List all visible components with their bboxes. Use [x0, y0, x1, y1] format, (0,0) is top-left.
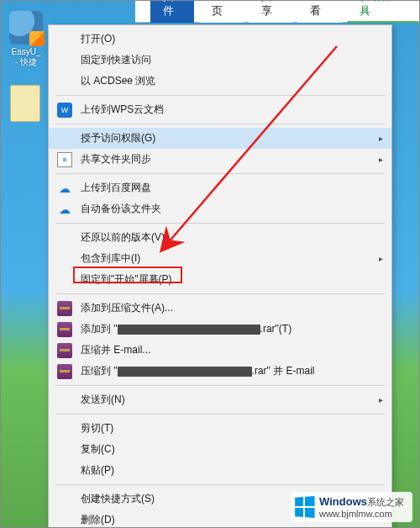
separator: [55, 385, 385, 386]
winrar-icon: [57, 364, 72, 379]
separator: [55, 484, 385, 485]
watermark-url: www.bjmlmw.com: [319, 509, 404, 520]
desktop-icon-label: EasyU_: [6, 47, 46, 56]
redacted-text: [118, 325, 260, 335]
ctx-rar-email-label: 压缩并 E-mail...: [81, 343, 376, 357]
ctx-paste-label: 粘贴(P): [81, 463, 376, 478]
desktop-icon-doc[interactable]: [6, 85, 45, 124]
cloud-icon: ☁: [57, 202, 72, 217]
ctx-grant-access-label: 授予访问权限(G): [81, 131, 376, 145]
text: 添加到 ": [81, 323, 118, 335]
ctx-copy-label: 复制(C): [81, 442, 376, 457]
ctx-pin-quick-label: 固定到快速访问: [81, 53, 376, 67]
separator: [55, 414, 385, 414]
separator: [55, 173, 385, 174]
ctx-open[interactable]: 打开(O): [49, 29, 391, 50]
cloud-icon: ☁: [57, 181, 72, 196]
ctx-cut[interactable]: 剪切(T): [49, 418, 391, 439]
ctx-rar-addto[interactable]: 添加到 ".rar"(T): [49, 319, 391, 340]
ctx-rar-email-to[interactable]: 压缩到 ".rar" 并 E-mail: [49, 361, 391, 382]
ctx-share-sync-label: 共享文件夹同步: [81, 152, 376, 166]
tab-file[interactable]: 文件: [150, 0, 194, 23]
ctx-restore-prev-label: 还原以前的版本(V): [81, 230, 376, 245]
ctx-send-to-label: 发送到(N): [81, 393, 376, 407]
ctx-include-lib[interactable]: 包含到库中(I): [49, 248, 391, 269]
ctx-send-to[interactable]: 发送到(N): [49, 389, 391, 410]
ctx-pin-quick[interactable]: 固定到快速访问: [49, 50, 391, 71]
wps-icon: W: [57, 103, 72, 118]
ctx-grant-access[interactable]: 授予访问权限(G): [49, 128, 391, 149]
shield-icon: [9, 11, 43, 45]
ctx-wps-upload[interactable]: W上传到WPS云文档: [49, 99, 391, 120]
ctx-pin-start[interactable]: 固定到"开始"屏幕(P): [49, 269, 391, 290]
context-menu: 打开(O) 固定到快速访问 以 ACDSee 浏览 W上传到WPS云文档 授予访…: [48, 24, 392, 528]
tab-home[interactable]: 主页: [199, 0, 243, 23]
ctx-acdsee[interactable]: 以 ACDSee 浏览: [49, 71, 391, 92]
redacted-text: [118, 367, 252, 377]
ctx-include-lib-label: 包含到库中(I): [81, 251, 376, 266]
separator: [55, 223, 385, 224]
ctx-baidu-upload[interactable]: ☁上传到百度网盘: [49, 177, 391, 198]
ctx-open-label: 打开(O): [81, 32, 376, 46]
ctx-rar-add-label: 添加到压缩文件(A)...: [81, 301, 376, 315]
separator: [55, 293, 385, 294]
ctx-auto-backup[interactable]: ☁自动备份该文件夹: [49, 198, 391, 219]
watermark-title: Windows: [319, 495, 367, 508]
ctx-wps-upload-label: 上传到WPS云文档: [81, 103, 376, 117]
text: .rar" 并 E-mail: [252, 365, 315, 377]
winrar-icon: [57, 343, 72, 358]
tab-drive-tools[interactable]: 驱动器工具: [347, 0, 419, 23]
watermark-subtitle: 系统之家: [367, 497, 404, 507]
document-icon: [10, 85, 40, 122]
desktop-icon-sublabel: - 快捷: [6, 56, 46, 68]
watermark: Windows系统之家 www.bjmlmw.com: [291, 492, 412, 522]
text: .rar"(T): [260, 323, 292, 335]
share-icon: [57, 152, 72, 167]
windows-logo-icon: [295, 496, 314, 518]
ctx-share-sync[interactable]: 共享文件夹同步: [49, 149, 391, 170]
ctx-baidu-upload-label: 上传到百度网盘: [81, 181, 376, 195]
desktop-icon-easyu[interactable]: EasyU_ - 快捷: [6, 11, 46, 68]
winrar-icon: [57, 322, 72, 337]
ctx-copy[interactable]: 复制(C): [49, 439, 391, 460]
ctx-auto-backup-label: 自动备份该文件夹: [81, 202, 376, 216]
ctx-rar-email-to-label: 压缩到 ".rar" 并 E-mail: [81, 364, 376, 378]
separator: [55, 124, 385, 124]
ctx-pin-start-label: 固定到"开始"屏幕(P): [81, 272, 376, 287]
tab-view[interactable]: 查看: [297, 0, 341, 23]
ctx-rar-add[interactable]: 添加到压缩文件(A)...: [49, 298, 391, 319]
ctx-rar-email[interactable]: 压缩并 E-mail...: [49, 340, 391, 361]
ctx-acdsee-label: 以 ACDSee 浏览: [81, 74, 376, 88]
text: 压缩到 ": [81, 365, 118, 377]
ctx-rar-addto-label: 添加到 ".rar"(T): [81, 322, 376, 336]
separator: [55, 95, 385, 96]
ctx-restore-prev[interactable]: 还原以前的版本(V): [49, 227, 391, 248]
winrar-icon: [57, 301, 72, 316]
ctx-paste[interactable]: 粘贴(P): [49, 460, 391, 481]
ctx-cut-label: 剪切(T): [81, 421, 376, 436]
tab-share[interactable]: 共享: [249, 0, 292, 23]
ribbon-tabbar: 文件 主页 共享 查看 驱动器工具: [135, 1, 419, 23]
